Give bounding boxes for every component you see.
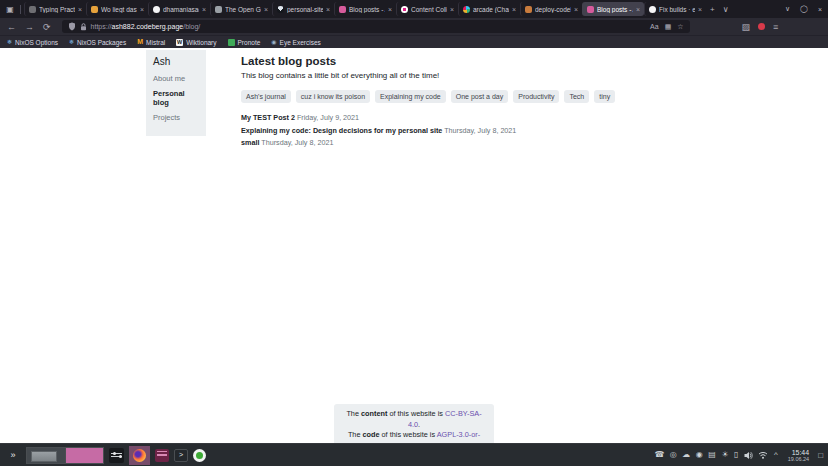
tab-deploy-codeberg[interactable]: deploy-codebe × <box>520 2 582 16</box>
page-title: Latest blog posts <box>241 55 671 67</box>
tag-cuz-i-know-its-poison[interactable]: cuz i know its poison <box>296 90 370 103</box>
sidebar-item-projects[interactable]: Projects <box>153 113 199 122</box>
tag-one-post-a-day[interactable]: One post a day <box>451 90 508 103</box>
translate-icon[interactable]: Aa <box>650 23 659 30</box>
tab-close-icon[interactable]: × <box>574 6 578 13</box>
tab-close-icon[interactable]: × <box>698 6 702 13</box>
kdeconnect-icon[interactable]: ☎ <box>654 450 664 460</box>
wallet-app-icon[interactable] <box>155 449 169 462</box>
list-tabs-icon[interactable]: ∨ <box>719 5 733 14</box>
tab-title: Wo liegt das? | <box>101 6 137 13</box>
brightness-icon[interactable]: ☀ <box>721 450 728 460</box>
tab-wo-liegt-das[interactable]: Wo liegt das? | × <box>86 2 148 16</box>
adblock-extension-icon[interactable] <box>758 23 765 30</box>
terminal-app-icon[interactable]: > <box>174 449 188 462</box>
record-icon[interactable]: ◉ <box>696 450 703 460</box>
window-thumbnail <box>31 451 57 462</box>
sidebar-item-about-me[interactable]: About me <box>153 74 199 83</box>
bookmark-label: Wiktionary <box>186 39 216 46</box>
volume-icon[interactable] <box>744 451 753 460</box>
reload-icon[interactable]: ⟳ <box>43 22 51 32</box>
minimize-icon[interactable]: ∨ <box>785 5 790 13</box>
lock-icon[interactable] <box>80 23 87 31</box>
tab-content-collections[interactable]: Content Collec × <box>396 2 458 16</box>
bookmark-label: Eye Exercises <box>280 39 321 46</box>
close-icon[interactable]: × <box>818 6 822 13</box>
tab-blog-posts-1[interactable]: Blog posts - As × <box>334 2 396 16</box>
footer-text: of this website is <box>380 430 437 439</box>
tab-close-icon[interactable]: × <box>636 6 640 13</box>
forward-icon[interactable]: → <box>25 22 34 32</box>
tab-close-icon[interactable]: × <box>512 6 516 13</box>
back-icon[interactable]: ← <box>7 22 16 32</box>
tab-close-icon[interactable]: × <box>202 6 206 13</box>
post-date: Thursday, July 8, 2021 <box>444 126 516 135</box>
bookmark-nixos-packages[interactable]: ❄ NixOS Packages <box>69 39 126 46</box>
tab-title: arcade (Chann <box>473 6 509 13</box>
tab-dhamaniasad[interactable]: dhamaniasad × <box>148 2 210 16</box>
maximize-icon[interactable]: ◯ <box>800 5 808 13</box>
extension-icon[interactable]: ▨ <box>742 22 751 32</box>
tab-close-icon[interactable]: × <box>450 6 454 13</box>
pager-desktop-1[interactable] <box>27 448 65 463</box>
bookmark-wiktionary[interactable]: W Wiktionary <box>176 39 216 46</box>
pager-desktop-2-active[interactable] <box>65 448 104 463</box>
tab-favicon <box>91 6 98 13</box>
tab-fix-builds[interactable]: Fix builds · ee × <box>644 2 706 16</box>
tag-productivity[interactable]: Productivity <box>513 90 559 103</box>
tab-close-icon[interactable]: × <box>264 6 268 13</box>
url-text[interactable]: https://ash882.codeberg.page/blog/ <box>91 23 201 30</box>
url-bar[interactable]: https://ash882.codeberg.page/blog/ Aa ▦ … <box>62 20 690 33</box>
tab-blog-posts-active[interactable]: Blog posts - As × <box>582 2 644 16</box>
bookmark-pronote[interactable]: Pronote <box>228 39 261 46</box>
bookmark-mistral[interactable]: M Mistral <box>137 39 165 46</box>
status-icon[interactable]: ◎ <box>670 450 677 460</box>
tab-arcade-slack[interactable]: arcade (Chann × <box>458 2 520 16</box>
firefox-view-icon[interactable]: ▣ <box>3 3 17 15</box>
containers-icon[interactable]: ▦ <box>665 23 672 31</box>
nixos-snowflake-icon: ❄ <box>69 39 74 45</box>
tab-typing-practice[interactable]: Typing Practice × <box>24 2 86 16</box>
show-desktop-icon[interactable]: □ <box>818 451 823 460</box>
battery-icon[interactable]: ▯ <box>734 450 738 460</box>
tray-expand-chevron-icon[interactable]: ^ <box>774 450 778 460</box>
bookmark-star-icon[interactable]: ☆ <box>677 23 683 31</box>
tag-explaining-my-code[interactable]: Explaining my code <box>375 90 446 103</box>
tab-title: Typing Practice <box>39 6 75 13</box>
app-launcher-icon[interactable]: » <box>5 450 21 460</box>
tag-tech[interactable]: Tech <box>564 90 589 103</box>
github-favicon <box>649 6 656 13</box>
post-row: Explaining my code: Design decisions for… <box>241 126 671 135</box>
mixer-app-icon[interactable] <box>109 448 124 463</box>
tab-title: deploy-codebe <box>535 6 571 13</box>
tab-close-icon[interactable]: × <box>388 6 392 13</box>
new-tab-button[interactable]: + <box>706 5 719 14</box>
clipboard-icon[interactable]: ▤ <box>708 450 716 460</box>
cloud-sync-icon[interactable]: ☁ <box>682 450 690 460</box>
tab-open-graph[interactable]: The Open Grap × <box>210 2 272 16</box>
tag-ashs-journal[interactable]: Ash's journal <box>241 90 291 103</box>
virtual-desktop-pager <box>26 447 104 464</box>
tag-tiny[interactable]: tiny <box>594 90 615 103</box>
menu-hamburger-icon[interactable]: ≡ <box>773 22 778 32</box>
post-date: Thursday, July 8, 2021 <box>261 138 333 147</box>
taskbar: » > ☎ ◎ ☁ ◉ ▤ ☀ ▯ ^ 15:44 19.06.24 □ <box>0 443 828 466</box>
tab-close-icon[interactable]: × <box>326 6 330 13</box>
wifi-icon[interactable] <box>758 451 768 459</box>
tab-personal-site[interactable]: personal-site - × <box>272 2 334 16</box>
tab-favicon <box>339 6 346 13</box>
tab-close-icon[interactable]: × <box>78 6 82 13</box>
bookmark-eye-exercises[interactable]: ◉ Eye Exercises <box>271 39 320 46</box>
site-title-link[interactable]: Ash <box>153 56 199 67</box>
post-title-link[interactable]: small <box>241 138 259 147</box>
firefox-task-active[interactable] <box>129 446 150 465</box>
post-title-link[interactable]: My TEST Post 2 <box>241 113 295 122</box>
post-title-link[interactable]: Explaining my code: Design decisions for… <box>241 126 442 135</box>
clock-widget[interactable]: 15:44 19.06.24 <box>788 449 809 462</box>
green-app-icon[interactable] <box>193 449 206 462</box>
post-row: My TEST Post 2 Friday, July 9, 2021 <box>241 113 671 122</box>
tab-close-icon[interactable]: × <box>140 6 144 13</box>
bookmark-nixos-options[interactable]: ❄ NixOS Options <box>7 39 58 46</box>
shield-icon[interactable] <box>68 22 76 31</box>
sidebar-item-personal-blog[interactable]: Personal blog <box>153 89 199 107</box>
